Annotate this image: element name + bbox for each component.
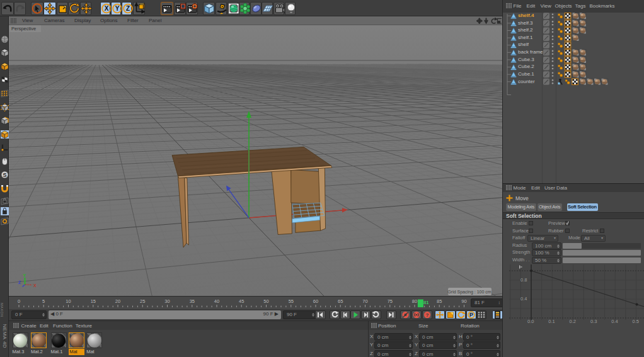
svg-text:Grid Spacing : 100 cm: Grid Spacing : 100 cm	[447, 290, 491, 295]
svg-text:P: P	[469, 312, 473, 318]
svg-text:Y: Y	[115, 5, 119, 12]
svg-text:Z: Z	[18, 280, 21, 285]
svg-text:Y: Y	[23, 273, 26, 278]
svg-text:Z: Z	[125, 5, 129, 12]
svg-text:S: S	[3, 172, 6, 178]
svg-text:X: X	[33, 283, 37, 288]
svg-text:X: X	[104, 5, 108, 12]
svg-text:?: ?	[426, 312, 429, 318]
